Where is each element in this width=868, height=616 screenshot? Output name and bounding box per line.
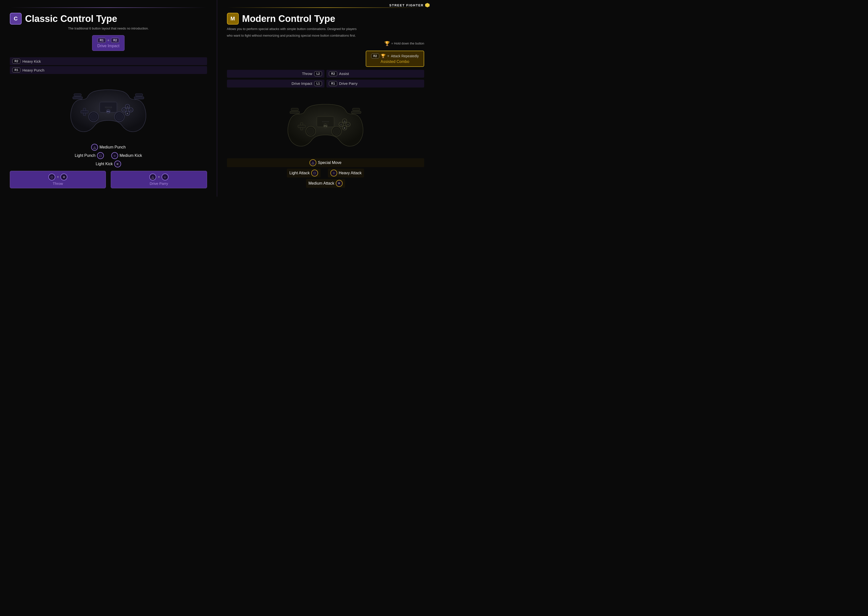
modern-section-title: M Modern Control Type [227, 13, 425, 25]
svg-rect-40 [298, 125, 305, 127]
svg-text:□: □ [124, 109, 125, 112]
modern-drive-impact-row: Drive Impact L1 [227, 80, 325, 88]
classic-title: Classic Control Type [25, 14, 117, 24]
classic-drive-parry-label: Drive Parry [113, 181, 204, 185]
circle-btn-modern: ○ [331, 170, 337, 176]
hold-note: 🏆 = Hold down the button [227, 41, 425, 46]
triangle-btn: △ [91, 144, 98, 151]
hold-note-text: = Hold down the button [391, 42, 424, 45]
circle-btn: ○ [111, 152, 118, 159]
svg-point-25 [110, 107, 111, 108]
svg-point-28 [107, 108, 108, 109]
light-punch-label-text: Light Punch [75, 153, 96, 158]
assisted-combo-label: Assisted Combo [371, 60, 419, 64]
classic-light-kick-item: Light Kick ✕ [96, 160, 121, 167]
modern-medium-attack-row: Medium Attack ✕ [227, 179, 425, 188]
classic-drive-impact-label: Drive Impact [97, 44, 119, 48]
svg-point-36 [307, 128, 314, 135]
svg-text:○: ○ [348, 123, 349, 126]
svg-point-59 [323, 123, 323, 123]
classic-subtitle: The traditional 6 button layout that nee… [10, 27, 207, 30]
svg-point-22 [107, 107, 107, 108]
drive-impact-label-modern: Drive Impact [291, 82, 312, 86]
r1-key: R1 [97, 38, 106, 43]
assist-label: Assist [339, 72, 349, 76]
heavy-kick-label: Heavy Kick [22, 59, 41, 63]
classic-throw-keys: □ + ✕ [13, 174, 103, 181]
modern-controller-area: PS △ ○ ✕ □ [227, 90, 425, 156]
triangle-btn-modern: △ [309, 159, 316, 166]
svg-point-26 [111, 107, 112, 108]
square-btn: □ [97, 152, 104, 159]
svg-text:△: △ [344, 120, 346, 123]
l1-badge: L1 [314, 81, 322, 86]
modern-subtitle-1: Allows you to perform special attacks wi… [227, 27, 425, 32]
svg-point-58 [328, 121, 329, 122]
svg-point-4 [90, 113, 97, 120]
svg-point-60 [324, 123, 325, 123]
svg-point-56 [326, 121, 327, 122]
classic-drive-impact-box: R1 + R2 Drive Impact [92, 35, 125, 51]
svg-point-54 [323, 121, 324, 122]
svg-rect-20 [135, 94, 143, 96]
trophy-icon: 🏆 [384, 41, 390, 46]
svg-text:○: ○ [130, 109, 132, 112]
classic-drive-impact-keys: R1 + R2 [97, 38, 119, 43]
light-attack-label: Light Attack [289, 171, 310, 175]
classic-drive-parry-keys: △ + ○ [113, 174, 204, 181]
classic-throw-label: Throw [13, 181, 103, 185]
svg-rect-49 [290, 111, 300, 113]
svg-rect-52 [353, 108, 360, 111]
drive-parry-label: Drive Parry [339, 82, 357, 86]
svg-point-30 [110, 108, 110, 109]
l2-badge: L2 [314, 71, 322, 76]
classic-medium-punch-row: △ Medium Punch [10, 144, 207, 151]
classic-panel: C Classic Control Type The traditional 6… [0, 0, 217, 196]
classic-section-title: C Classic Control Type [10, 13, 207, 25]
medium-kick-label: Medium Kick [120, 153, 142, 158]
modern-panel: M Modern Control Type Allows you to perf… [217, 0, 434, 196]
svg-point-24 [109, 107, 110, 108]
modern-heavy-attack-item: ○ Heavy Attack [328, 169, 364, 178]
assisted-combo-keys: R2 🏆 + Attack Repeatedly [371, 53, 419, 58]
heavy-punch-label: Heavy Punch [22, 68, 44, 72]
svg-point-62 [327, 123, 327, 123]
attack-repeatedly-text: Attack Repeatedly [391, 54, 419, 58]
modern-special-move-item: △ Special Move [309, 159, 342, 166]
throw-label-modern: Throw [302, 72, 312, 76]
svg-text:PS: PS [324, 125, 327, 127]
modern-assist-row: R2 Assist [326, 70, 424, 78]
trophy-key: 🏆 [381, 53, 385, 58]
modern-bottom-buttons: △ Special Move Light Attack □ ○ Heavy At… [227, 158, 425, 188]
svg-text:✕: ✕ [344, 127, 346, 129]
classic-light-punch-item: Light Punch □ [75, 152, 104, 159]
svg-point-57 [327, 121, 328, 122]
classic-light-kick-row: Light Kick ✕ [10, 160, 207, 167]
medium-attack-label: Medium Attack [309, 181, 334, 185]
classic-heavy-kick-row: R2 Heavy Kick [10, 57, 207, 65]
svg-point-21 [105, 107, 106, 108]
classic-combo-row: □ + ✕ Throw △ + ○ Drive Parry [10, 171, 207, 188]
modern-drive-parry-row: R1 Drive Parry [326, 80, 424, 88]
modern-controller-svg: PS △ ○ ✕ □ [284, 94, 367, 151]
svg-point-38 [333, 128, 340, 135]
main-layout: C Classic Control Type The traditional 6… [0, 0, 434, 196]
svg-point-23 [108, 107, 108, 108]
svg-text:△: △ [127, 105, 128, 108]
svg-point-63 [328, 123, 328, 123]
cross-btn-modern: ✕ [336, 180, 343, 187]
modern-throw-row: Throw L2 [227, 70, 325, 78]
r2-badge: R2 [12, 59, 20, 64]
svg-text:□: □ [341, 123, 342, 126]
svg-point-53 [322, 121, 323, 122]
svg-rect-17 [73, 97, 83, 99]
medium-punch-label: Medium Punch [99, 145, 126, 149]
svg-rect-50 [291, 108, 298, 111]
r2-key-modern: R2 [371, 53, 379, 58]
classic-badge: C [10, 13, 22, 25]
svg-point-31 [111, 108, 111, 109]
modern-subtitle-2: who want to fight without memorizing and… [227, 33, 425, 38]
assisted-combo-box: R2 🏆 + Attack Repeatedly Assisted Combo [366, 50, 424, 67]
svg-point-6 [116, 113, 123, 120]
square-btn-modern: □ [311, 170, 318, 176]
